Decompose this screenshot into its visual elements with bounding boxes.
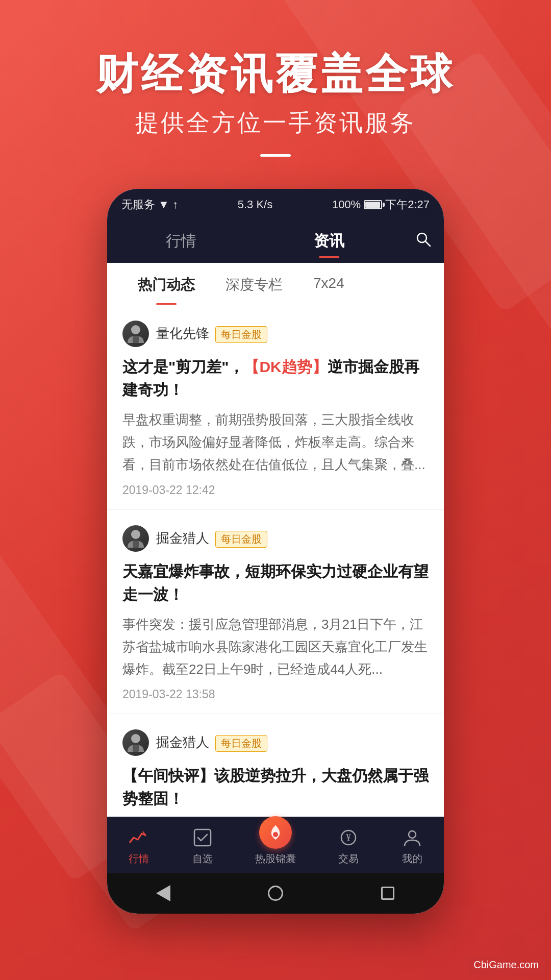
news-summary: 事件突发：援引应急管理部消息，3月21日下午，江苏省盐城市响水县陈家港化工园区天… bbox=[122, 613, 429, 681]
news-summary: 早盘权重调整，前期强势股回落，三大股指全线收跌，市场风险偏好显著降低，炸板率走高… bbox=[122, 408, 429, 476]
news-item[interactable]: 掘金猎人 每日金股 天嘉宜爆炸事故，短期环保实力过硬企业有望走一波！ 事件突发：… bbox=[107, 510, 444, 715]
news-time: 2019-03-22 13:58 bbox=[122, 688, 429, 701]
avatar-image bbox=[122, 321, 149, 347]
author-info: 掘金猎人 每日金股 bbox=[156, 733, 267, 752]
phone-mockup: 无服务 ▼ ↑ 5.3 K/s 100% 下午2:27 行情 资讯 bbox=[107, 189, 444, 914]
phone-body: 无服务 ▼ ↑ 5.3 K/s 100% 下午2:27 行情 资讯 bbox=[107, 189, 444, 914]
news-feed: 量化先锋 每日金股 这才是"剪刀差"，【DK趋势】逆市掘金股再建奇功！ 早盘权重… bbox=[107, 305, 444, 817]
author-badge: 每日金股 bbox=[215, 531, 267, 548]
bottom-nav-trade-label: 交易 bbox=[338, 852, 359, 866]
bottom-nav-mine[interactable]: 我的 bbox=[401, 826, 423, 866]
author-row: 掘金猎人 每日金股 bbox=[122, 729, 429, 756]
news-title: 【午间快评】该股逆势拉升，大盘仍然属于强势整固！ bbox=[122, 764, 429, 810]
status-right: 100% 下午2:27 bbox=[332, 197, 430, 212]
tab-hot-trends[interactable]: 热门动态 bbox=[122, 263, 210, 305]
android-recents-button[interactable] bbox=[378, 883, 398, 903]
news-time: 2019-03-22 12:42 bbox=[122, 483, 429, 497]
avatar bbox=[122, 525, 149, 552]
android-nav bbox=[107, 873, 444, 914]
android-home-button[interactable] bbox=[265, 883, 286, 903]
app-navbar: 行情 资讯 bbox=[107, 219, 444, 263]
author-row: 量化先锋 每日金股 bbox=[122, 321, 429, 347]
status-signal: 5.3 K/s bbox=[238, 198, 272, 211]
watchlist-icon bbox=[191, 826, 214, 849]
svg-rect-5 bbox=[133, 541, 139, 548]
bottom-nav: 行情 自选 热股锦囊 bbox=[107, 817, 444, 873]
svg-point-9 bbox=[273, 832, 278, 837]
news-title: 这才是"剪刀差"，【DK趋势】逆市掘金股再建奇功！ bbox=[122, 355, 429, 401]
bottom-nav-hot-stock-label: 热股锦囊 bbox=[255, 852, 296, 866]
author-name: 掘金猎人 bbox=[156, 734, 209, 750]
header-divider bbox=[260, 154, 291, 157]
nav-tab-market[interactable]: 行情 bbox=[107, 227, 255, 256]
svg-point-12 bbox=[409, 831, 416, 838]
news-item[interactable]: 量化先锋 每日金股 这才是"剪刀差"，【DK趋势】逆市掘金股再建奇功！ 早盘权重… bbox=[107, 305, 444, 510]
svg-line-1 bbox=[425, 241, 430, 246]
svg-point-2 bbox=[131, 325, 140, 334]
status-battery: 100% bbox=[332, 198, 361, 211]
bottom-nav-mine-label: 我的 bbox=[402, 852, 422, 866]
svg-text:¥: ¥ bbox=[346, 832, 350, 843]
status-time: 下午2:27 bbox=[385, 197, 430, 212]
android-back-button[interactable] bbox=[153, 883, 173, 903]
hot-stock-icon bbox=[259, 816, 292, 849]
author-info: 量化先锋 每日金股 bbox=[156, 325, 267, 343]
tab-24h[interactable]: 7x24 bbox=[298, 263, 360, 305]
status-left: 无服务 ▼ ↑ bbox=[121, 197, 178, 212]
header-subtitle: 提供全方位一手资讯服务 bbox=[0, 107, 551, 139]
svg-rect-8 bbox=[194, 829, 211, 846]
bottom-nav-trade[interactable]: ¥ 交易 bbox=[337, 826, 360, 866]
svg-rect-3 bbox=[133, 336, 139, 343]
recents-icon bbox=[381, 887, 394, 900]
battery-icon bbox=[364, 200, 382, 209]
home-icon bbox=[268, 886, 283, 901]
header-title: 财经资讯覆盖全球 bbox=[0, 51, 551, 97]
status-bar: 无服务 ▼ ↑ 5.3 K/s 100% 下午2:27 bbox=[107, 189, 444, 219]
svg-point-4 bbox=[131, 530, 140, 539]
tab-deep-column[interactable]: 深度专栏 bbox=[210, 263, 298, 305]
avatar bbox=[122, 321, 149, 347]
svg-rect-7 bbox=[133, 745, 139, 752]
content-tabs: 热门动态 深度专栏 7x24 bbox=[107, 263, 444, 305]
avatar-image bbox=[122, 525, 149, 552]
author-name: 量化先锋 bbox=[156, 326, 209, 341]
news-item[interactable]: 掘金猎人 每日金股 【午间快评】该股逆势拉升，大盘仍然属于强势整固！ bbox=[107, 714, 444, 817]
search-button[interactable] bbox=[403, 227, 444, 256]
svg-point-6 bbox=[131, 734, 140, 743]
author-name: 掘金猎人 bbox=[156, 530, 209, 546]
bottom-nav-watchlist-label: 自选 bbox=[192, 852, 213, 866]
bottom-nav-market-label: 行情 bbox=[129, 852, 149, 866]
bottom-nav-hot-stock[interactable]: 热股锦囊 bbox=[255, 826, 296, 866]
person-icon bbox=[401, 826, 423, 849]
avatar-image bbox=[122, 729, 149, 756]
watermark: CbiGame.com bbox=[467, 956, 545, 974]
header-section: 财经资讯覆盖全球 提供全方位一手资讯服务 bbox=[0, 51, 551, 157]
avatar bbox=[122, 729, 149, 756]
author-row: 掘金猎人 每日金股 bbox=[122, 525, 429, 552]
bottom-nav-watchlist[interactable]: 自选 bbox=[191, 826, 214, 866]
author-badge: 每日金股 bbox=[215, 735, 267, 752]
author-info: 掘金猎人 每日金股 bbox=[156, 529, 267, 548]
trade-icon: ¥ bbox=[337, 826, 360, 849]
nav-tab-news[interactable]: 资讯 bbox=[255, 227, 403, 256]
news-title: 天嘉宜爆炸事故，短期环保实力过硬企业有望走一波！ bbox=[122, 560, 429, 606]
back-icon bbox=[156, 885, 170, 901]
author-badge: 每日金股 bbox=[215, 326, 267, 343]
chart-icon bbox=[128, 826, 150, 849]
bottom-nav-market[interactable]: 行情 bbox=[128, 826, 150, 866]
